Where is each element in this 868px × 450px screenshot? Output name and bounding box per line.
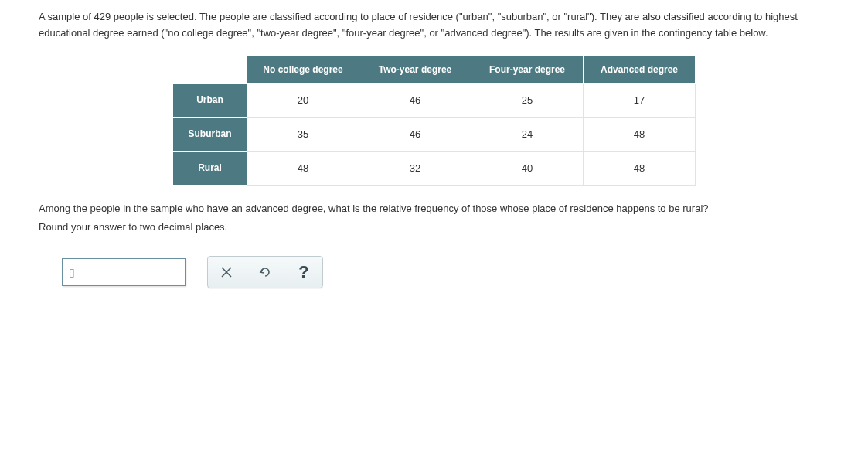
undo-button[interactable] (256, 263, 274, 281)
row-header: Urban (173, 83, 247, 117)
cell: 48 (584, 151, 696, 185)
problem-prompt: A sample of 429 people is selected. The … (39, 9, 829, 42)
answer-row: ▯ ? (39, 256, 829, 288)
help-button[interactable]: ? (294, 263, 313, 281)
cell: 24 (471, 117, 584, 151)
cell: 20 (247, 83, 359, 117)
contingency-table: No college degree Two-year degree Four-y… (172, 56, 696, 186)
input-toolbar: ? (207, 256, 323, 288)
contingency-table-wrapper: No college degree Two-year degree Four-y… (39, 56, 829, 186)
clear-button[interactable] (217, 263, 236, 281)
cell: 32 (359, 151, 471, 185)
cell: 35 (247, 117, 359, 151)
col-header: Two-year degree (359, 56, 471, 83)
cell: 17 (584, 83, 696, 117)
col-header: No college degree (247, 56, 359, 83)
question-mark-icon: ? (298, 262, 308, 282)
cell: 46 (359, 83, 471, 117)
answer-placeholder: ▯ (69, 266, 75, 278)
cell: 40 (471, 151, 584, 185)
row-header: Suburban (173, 117, 247, 151)
question-line: Round your answer to two decimal places. (39, 218, 829, 237)
table-row: Suburban 35 46 24 48 (173, 117, 696, 151)
question-text: Among the people in the sample who have … (39, 199, 829, 237)
cell: 25 (471, 83, 584, 117)
undo-icon (258, 266, 272, 278)
answer-input[interactable]: ▯ (62, 258, 186, 286)
col-header: Four-year degree (471, 56, 584, 83)
table-row: Urban 20 46 25 17 (173, 83, 696, 117)
cell: 46 (359, 117, 471, 151)
cell: 48 (247, 151, 359, 185)
table-row: Rural 48 32 40 48 (173, 151, 696, 185)
x-icon (221, 267, 232, 278)
row-header: Rural (173, 151, 247, 185)
col-header: Advanced degree (584, 56, 696, 83)
cell: 48 (584, 117, 696, 151)
question-line: Among the people in the sample who have … (39, 199, 829, 219)
blank-corner (173, 56, 247, 83)
